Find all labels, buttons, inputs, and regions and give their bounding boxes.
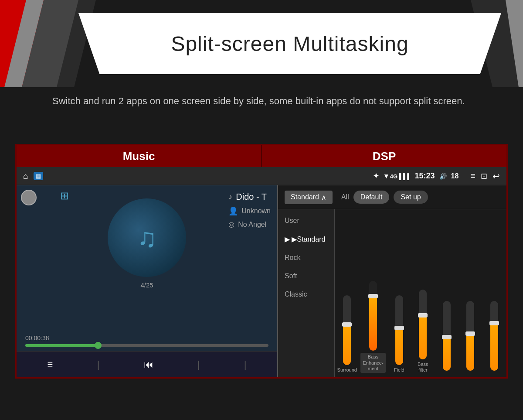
preset-soft[interactable]: Soft	[278, 267, 334, 285]
status-time: ✦ ▾ 4G ▌▌▌ 15:23 🔊 18	[373, 171, 459, 181]
tab-headers: Music DSP	[17, 145, 506, 167]
eq-fill-5	[443, 339, 451, 371]
album-art: ♫	[108, 198, 186, 277]
bluetooth-icon: ✦	[373, 172, 379, 180]
dsp-default-button[interactable]: Default	[353, 191, 390, 204]
eq-label-bass-enhancement: Bass Enhance-ment	[360, 353, 385, 373]
dsp-setup-button[interactable]: Set up	[394, 191, 428, 204]
eq-handle-7[interactable]	[489, 321, 499, 325]
app-icon[interactable]: ▦	[34, 172, 43, 180]
progress-area: 00:00:38	[17, 332, 277, 351]
description-text: Switch and run 2 apps on one screen side…	[52, 94, 479, 108]
divider3: |	[244, 359, 247, 370]
banner-title: Split-screen Multitasking	[171, 32, 408, 56]
eq-track-5[interactable]	[443, 301, 451, 371]
dsp-panel: Standard ∧ All Default Set up User ▶Stan…	[278, 185, 506, 377]
music-top: ⊞ ♫ ♪ Dido - T 👤 Unknown ◎ No Ang	[17, 185, 277, 332]
music-controls: ≡ | ⏮ | |	[17, 351, 277, 377]
artist-icon: 👤	[228, 206, 238, 216]
window-icon[interactable]: ⊡	[481, 171, 487, 181]
dsp-all-label: All	[341, 193, 349, 201]
eq-handle-1[interactable]	[342, 322, 352, 327]
eq-area: Surround Bass Enhance-ment	[335, 209, 506, 377]
eq-label-surround: Surround	[337, 367, 357, 373]
eq-band-7	[484, 301, 504, 373]
prev-button[interactable]: ⏮	[144, 359, 153, 370]
eq-handle-5[interactable]	[442, 335, 452, 339]
eq-fill-3	[395, 330, 403, 365]
equalizer-button[interactable]: ≡	[48, 359, 53, 370]
eq-fill-1	[343, 327, 351, 365]
divider1: |	[97, 359, 100, 370]
tab-music[interactable]: Music	[17, 145, 261, 167]
clock: 15:23	[414, 171, 435, 180]
eq-handle-2[interactable]	[368, 294, 378, 298]
header-banner: Split-screen Multitasking	[0, 0, 523, 87]
eq-sliders: Surround Bass Enhance-ment	[337, 214, 504, 375]
eq-band-6	[460, 301, 480, 373]
preset-rock[interactable]: Rock	[278, 249, 334, 267]
status-bar: ⌂ ▦ ✦ ▾ 4G ▌▌▌ 15:23 🔊 18 ≡ ⊡ ↩	[17, 167, 506, 185]
eq-label-field: Field	[394, 367, 404, 373]
split-screen-container: Music DSP ⌂ ▦ ✦ ▾ 4G ▌▌▌ 15:23 🔊 18 ≡ ⊡ …	[15, 144, 508, 379]
eq-band-surround: Surround	[337, 295, 357, 373]
eq-band-field: Field	[389, 295, 409, 373]
banner-title-area: Split-screen Multitasking	[78, 13, 501, 74]
progress-handle[interactable]	[95, 342, 102, 349]
circle-button[interactable]	[21, 190, 37, 205]
eq-fill-7	[490, 325, 498, 371]
dsp-presets-list: User ▶Standard Rock Soft Classic	[278, 209, 335, 377]
eq-fill-4	[419, 318, 427, 359]
back-icon[interactable]: ↩	[492, 171, 500, 181]
eq-label-bass-filter: Bass filter	[413, 362, 433, 373]
eq-handle-4[interactable]	[418, 313, 428, 318]
eq-band-bass-enhancement: Bass Enhance-ment	[360, 281, 385, 373]
menu-icon[interactable]: ≡	[470, 171, 475, 181]
preset-user[interactable]: User	[278, 212, 334, 230]
eq-track-1[interactable]	[343, 295, 351, 365]
eq-handle-3[interactable]	[394, 326, 404, 330]
divider2: |	[197, 359, 200, 370]
eq-band-bass-filter: Bass filter	[413, 290, 433, 373]
progress-bar[interactable]	[25, 344, 268, 347]
music-artist: 👤 Unknown	[228, 206, 271, 216]
preset-classic[interactable]: Classic	[278, 285, 334, 304]
wifi-icon: ▾	[384, 172, 388, 180]
preset-standard[interactable]: ▶Standard	[278, 230, 334, 249]
eq-track-4[interactable]	[419, 290, 427, 359]
eq-band-5	[437, 301, 457, 373]
progress-time: 00:00:38	[25, 335, 49, 341]
eq-track-2[interactable]	[369, 281, 377, 351]
signal-icon: 4G ▌▌▌	[390, 173, 411, 180]
volume-level: 18	[451, 172, 459, 180]
music-panel: ⊞ ♫ ♪ Dido - T 👤 Unknown ◎ No Ang	[17, 185, 278, 377]
eq-track-3[interactable]	[395, 295, 403, 365]
music-note-icon: ♫	[137, 223, 157, 253]
home-icon[interactable]: ⌂	[23, 171, 28, 181]
progress-fill	[25, 344, 98, 347]
music-album: ◎ No Angel	[228, 220, 271, 229]
dsp-content: User ▶Standard Rock Soft Classic	[278, 209, 506, 377]
album-icon: ◎	[228, 220, 234, 229]
tab-dsp[interactable]: DSP	[262, 145, 506, 167]
content-area: ⊞ ♫ ♪ Dido - T 👤 Unknown ◎ No Ang	[17, 185, 506, 377]
music-title: ♪ Dido - T	[228, 192, 271, 202]
music-note-small: ♪	[228, 192, 232, 201]
music-info: ♪ Dido - T 👤 Unknown ◎ No Angel	[228, 192, 271, 229]
grid-icon[interactable]: ⊞	[60, 190, 69, 202]
dsp-preset-dropdown[interactable]: Standard ∧	[285, 191, 333, 204]
eq-fill-2	[369, 298, 377, 351]
volume-icon: 🔊	[439, 173, 447, 180]
chevron-up-icon: ∧	[321, 193, 326, 201]
eq-fill-6	[466, 336, 474, 371]
eq-handle-6[interactable]	[465, 331, 475, 336]
dsp-top-bar: Standard ∧ All Default Set up	[278, 185, 506, 209]
music-counter: 4/25	[140, 281, 153, 289]
eq-track-7[interactable]	[490, 301, 498, 371]
eq-track-6[interactable]	[466, 301, 474, 371]
